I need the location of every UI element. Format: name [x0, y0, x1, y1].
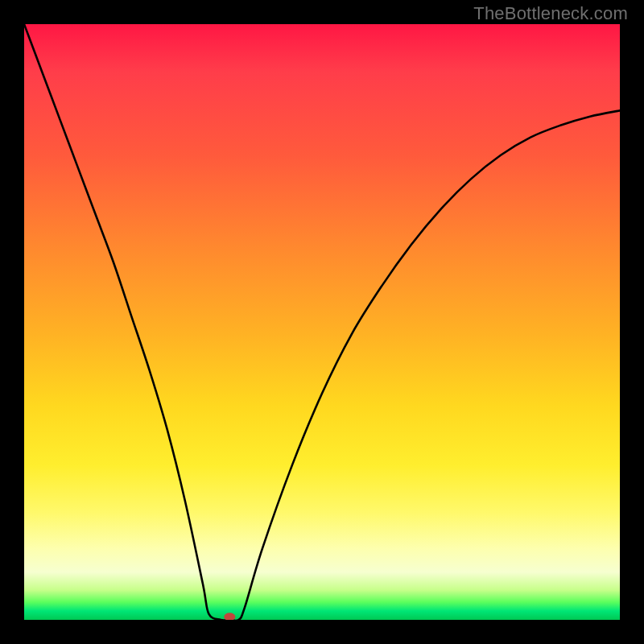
chart-svg [24, 24, 620, 620]
chart-frame: TheBottleneck.com [0, 0, 644, 644]
chart-plot-area [24, 24, 620, 620]
watermark-text: TheBottleneck.com [473, 3, 628, 24]
bottleneck-curve [24, 24, 620, 620]
curve-minimum-marker [224, 613, 235, 620]
